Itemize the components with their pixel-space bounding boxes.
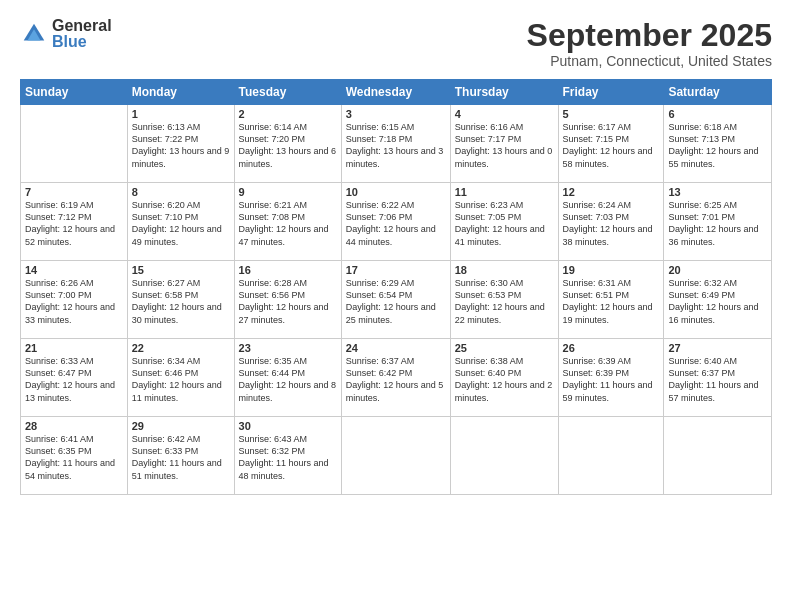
day-info: Sunrise: 6:31 AMSunset: 6:51 PMDaylight:… — [563, 277, 660, 326]
weekday-wednesday: Wednesday — [341, 80, 450, 105]
day-info: Sunrise: 6:33 AMSunset: 6:47 PMDaylight:… — [25, 355, 123, 404]
day-cell: 27Sunrise: 6:40 AMSunset: 6:37 PMDayligh… — [664, 339, 772, 417]
day-cell — [664, 417, 772, 495]
day-info: Sunrise: 6:34 AMSunset: 6:46 PMDaylight:… — [132, 355, 230, 404]
day-cell — [341, 417, 450, 495]
day-info: Sunrise: 6:21 AMSunset: 7:08 PMDaylight:… — [239, 199, 337, 248]
weekday-tuesday: Tuesday — [234, 80, 341, 105]
day-cell: 28Sunrise: 6:41 AMSunset: 6:35 PMDayligh… — [21, 417, 128, 495]
day-info: Sunrise: 6:22 AMSunset: 7:06 PMDaylight:… — [346, 199, 446, 248]
day-cell: 29Sunrise: 6:42 AMSunset: 6:33 PMDayligh… — [127, 417, 234, 495]
weekday-friday: Friday — [558, 80, 664, 105]
page: General Blue September 2025 Putnam, Conn… — [0, 0, 792, 612]
day-cell: 3Sunrise: 6:15 AMSunset: 7:18 PMDaylight… — [341, 105, 450, 183]
day-number: 23 — [239, 342, 337, 354]
day-info: Sunrise: 6:32 AMSunset: 6:49 PMDaylight:… — [668, 277, 767, 326]
day-info: Sunrise: 6:26 AMSunset: 7:00 PMDaylight:… — [25, 277, 123, 326]
day-cell — [21, 105, 128, 183]
day-cell: 2Sunrise: 6:14 AMSunset: 7:20 PMDaylight… — [234, 105, 341, 183]
day-cell: 16Sunrise: 6:28 AMSunset: 6:56 PMDayligh… — [234, 261, 341, 339]
day-number: 18 — [455, 264, 554, 276]
day-cell: 4Sunrise: 6:16 AMSunset: 7:17 PMDaylight… — [450, 105, 558, 183]
day-cell: 20Sunrise: 6:32 AMSunset: 6:49 PMDayligh… — [664, 261, 772, 339]
logo-icon — [20, 20, 48, 48]
day-number: 21 — [25, 342, 123, 354]
day-info: Sunrise: 6:42 AMSunset: 6:33 PMDaylight:… — [132, 433, 230, 482]
day-info: Sunrise: 6:39 AMSunset: 6:39 PMDaylight:… — [563, 355, 660, 404]
day-number: 29 — [132, 420, 230, 432]
day-info: Sunrise: 6:14 AMSunset: 7:20 PMDaylight:… — [239, 121, 337, 170]
day-info: Sunrise: 6:37 AMSunset: 6:42 PMDaylight:… — [346, 355, 446, 404]
day-info: Sunrise: 6:28 AMSunset: 6:56 PMDaylight:… — [239, 277, 337, 326]
day-info: Sunrise: 6:35 AMSunset: 6:44 PMDaylight:… — [239, 355, 337, 404]
week-row-4: 21Sunrise: 6:33 AMSunset: 6:47 PMDayligh… — [21, 339, 772, 417]
day-number: 27 — [668, 342, 767, 354]
day-cell: 22Sunrise: 6:34 AMSunset: 6:46 PMDayligh… — [127, 339, 234, 417]
day-number: 24 — [346, 342, 446, 354]
day-number: 14 — [25, 264, 123, 276]
day-number: 25 — [455, 342, 554, 354]
day-number: 8 — [132, 186, 230, 198]
week-row-2: 7Sunrise: 6:19 AMSunset: 7:12 PMDaylight… — [21, 183, 772, 261]
day-number: 17 — [346, 264, 446, 276]
day-number: 13 — [668, 186, 767, 198]
day-cell: 25Sunrise: 6:38 AMSunset: 6:40 PMDayligh… — [450, 339, 558, 417]
logo-general-text: General — [52, 18, 112, 34]
week-row-1: 1Sunrise: 6:13 AMSunset: 7:22 PMDaylight… — [21, 105, 772, 183]
day-cell: 26Sunrise: 6:39 AMSunset: 6:39 PMDayligh… — [558, 339, 664, 417]
header: General Blue September 2025 Putnam, Conn… — [20, 18, 772, 69]
day-info: Sunrise: 6:40 AMSunset: 6:37 PMDaylight:… — [668, 355, 767, 404]
day-cell: 5Sunrise: 6:17 AMSunset: 7:15 PMDaylight… — [558, 105, 664, 183]
day-info: Sunrise: 6:24 AMSunset: 7:03 PMDaylight:… — [563, 199, 660, 248]
day-cell: 11Sunrise: 6:23 AMSunset: 7:05 PMDayligh… — [450, 183, 558, 261]
day-number: 28 — [25, 420, 123, 432]
day-number: 11 — [455, 186, 554, 198]
main-title: September 2025 — [527, 18, 772, 53]
calendar: SundayMondayTuesdayWednesdayThursdayFrid… — [20, 79, 772, 495]
day-info: Sunrise: 6:19 AMSunset: 7:12 PMDaylight:… — [25, 199, 123, 248]
day-number: 4 — [455, 108, 554, 120]
day-info: Sunrise: 6:41 AMSunset: 6:35 PMDaylight:… — [25, 433, 123, 482]
day-number: 12 — [563, 186, 660, 198]
day-number: 5 — [563, 108, 660, 120]
logo-text: General Blue — [52, 18, 112, 50]
day-number: 30 — [239, 420, 337, 432]
day-number: 20 — [668, 264, 767, 276]
day-info: Sunrise: 6:27 AMSunset: 6:58 PMDaylight:… — [132, 277, 230, 326]
day-cell: 7Sunrise: 6:19 AMSunset: 7:12 PMDaylight… — [21, 183, 128, 261]
logo: General Blue — [20, 18, 112, 50]
day-cell: 14Sunrise: 6:26 AMSunset: 7:00 PMDayligh… — [21, 261, 128, 339]
week-row-5: 28Sunrise: 6:41 AMSunset: 6:35 PMDayligh… — [21, 417, 772, 495]
day-info: Sunrise: 6:17 AMSunset: 7:15 PMDaylight:… — [563, 121, 660, 170]
day-cell: 30Sunrise: 6:43 AMSunset: 6:32 PMDayligh… — [234, 417, 341, 495]
day-number: 3 — [346, 108, 446, 120]
logo-blue-text: Blue — [52, 34, 112, 50]
day-number: 7 — [25, 186, 123, 198]
day-number: 10 — [346, 186, 446, 198]
day-info: Sunrise: 6:15 AMSunset: 7:18 PMDaylight:… — [346, 121, 446, 170]
day-info: Sunrise: 6:23 AMSunset: 7:05 PMDaylight:… — [455, 199, 554, 248]
day-cell: 24Sunrise: 6:37 AMSunset: 6:42 PMDayligh… — [341, 339, 450, 417]
day-number: 9 — [239, 186, 337, 198]
day-cell — [558, 417, 664, 495]
day-cell: 23Sunrise: 6:35 AMSunset: 6:44 PMDayligh… — [234, 339, 341, 417]
day-cell: 9Sunrise: 6:21 AMSunset: 7:08 PMDaylight… — [234, 183, 341, 261]
day-info: Sunrise: 6:29 AMSunset: 6:54 PMDaylight:… — [346, 277, 446, 326]
day-number: 1 — [132, 108, 230, 120]
weekday-sunday: Sunday — [21, 80, 128, 105]
day-cell: 17Sunrise: 6:29 AMSunset: 6:54 PMDayligh… — [341, 261, 450, 339]
day-number: 16 — [239, 264, 337, 276]
day-number: 6 — [668, 108, 767, 120]
weekday-thursday: Thursday — [450, 80, 558, 105]
day-cell: 15Sunrise: 6:27 AMSunset: 6:58 PMDayligh… — [127, 261, 234, 339]
day-number: 22 — [132, 342, 230, 354]
day-cell: 8Sunrise: 6:20 AMSunset: 7:10 PMDaylight… — [127, 183, 234, 261]
day-number: 15 — [132, 264, 230, 276]
day-cell: 1Sunrise: 6:13 AMSunset: 7:22 PMDaylight… — [127, 105, 234, 183]
day-info: Sunrise: 6:20 AMSunset: 7:10 PMDaylight:… — [132, 199, 230, 248]
day-cell: 18Sunrise: 6:30 AMSunset: 6:53 PMDayligh… — [450, 261, 558, 339]
day-info: Sunrise: 6:30 AMSunset: 6:53 PMDaylight:… — [455, 277, 554, 326]
title-block: September 2025 Putnam, Connecticut, Unit… — [527, 18, 772, 69]
day-cell: 13Sunrise: 6:25 AMSunset: 7:01 PMDayligh… — [664, 183, 772, 261]
subtitle: Putnam, Connecticut, United States — [527, 53, 772, 69]
